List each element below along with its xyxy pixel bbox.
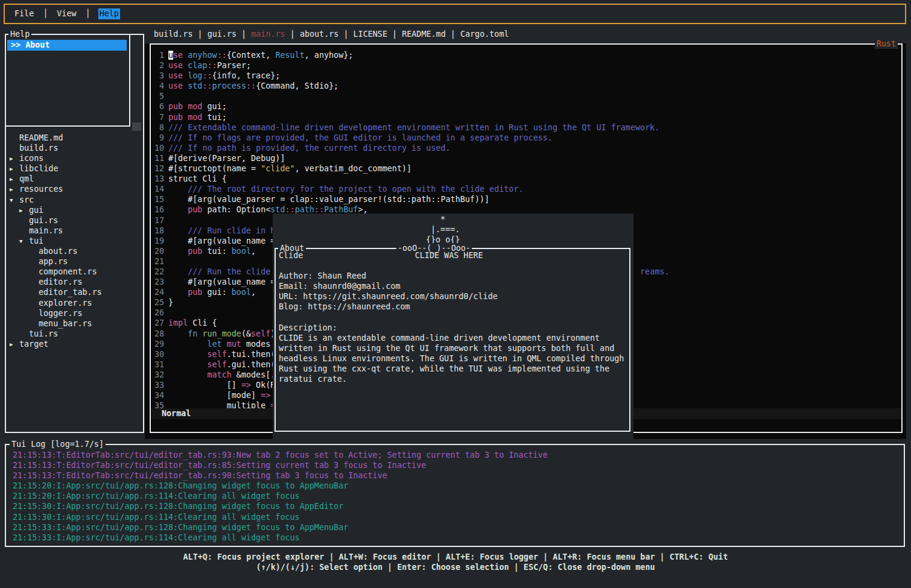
editor-language-badge: Rust [875,39,898,49]
collapse-arrow-icon[interactable]: ▼ [19,236,29,247]
explorer-item-app.rs[interactable]: app.rs [7,256,102,267]
line-number: 30 [152,349,164,359]
code-token [168,370,208,379]
tab-about.rs[interactable]: about.rs [300,30,339,39]
code-token: process [212,81,246,90]
tab-separator: | [285,30,300,39]
code-token: :: [246,81,256,90]
tab-separator: | [446,30,460,39]
expand-arrow-icon[interactable]: ▶ [10,154,19,164]
explorer-item-editor_tab.rs[interactable]: editor_tab.rs [7,287,102,297]
explorer-item-libclide[interactable]: ▶libclide [7,163,102,174]
explorer-item-resources[interactable]: ▶resources [7,184,102,194]
tui-log[interactable]: Tui Log [log=1.7/s] 21:15:13:T:EditorTab… [5,444,905,547]
code-token: #[arg(value_name = [168,236,275,245]
tui-log-title: Tui Log [log=1.7/s] [10,439,106,449]
code-token: , anyhow}; [305,51,354,60]
code-line-2[interactable]: 2use clap::Parser; [152,60,669,71]
tab-main.rs[interactable]: main.rs [251,30,285,39]
code-line-10[interactable]: 10/// If no path is provided, the curren… [152,143,669,153]
help-dropdown-title: Help [8,29,31,39]
explorer-item-src[interactable]: ▼src [7,195,102,205]
code-line-8[interactable]: 8/// Extendable command-line driven deve… [152,122,669,133]
menu-item-file[interactable]: File [13,8,35,19]
explorer-item-tui[interactable]: ▼tui [7,236,102,246]
tab-README.md[interactable]: README.md [402,30,446,39]
line-number: 2 [152,60,164,71]
code-token: use [168,71,183,80]
log-line: 21:15:33:I:App:src/tui/app.rs:114:Cleari… [13,533,548,543]
line-number: 18 [152,226,164,236]
code-token: [] [168,381,241,390]
code-token: path: Option< [202,205,270,214]
explorer-item-gui.rs[interactable]: gui.rs [7,215,102,226]
explorer-item-editor.rs[interactable]: editor.rs [7,277,102,287]
explorer-item-label: qml [19,174,34,183]
code-token: #[derive(Parser, Debug)] [168,154,285,163]
explorer-item-target[interactable]: ▶target [7,339,102,349]
code-token: use [168,61,183,70]
menu-item-view[interactable]: View [56,8,77,19]
code-line-7[interactable]: 7pub mod tui; [152,112,669,122]
line-number: 12 [152,163,164,174]
code-token: let [208,340,222,349]
ascii-art: * |.===. {}o o{} [275,214,460,245]
explorer-item-qml[interactable]: ▶qml [7,174,102,184]
code-token: :: [202,71,212,80]
explorer-item-explorer.rs[interactable]: explorer.rs [7,298,102,308]
code-token [168,329,188,338]
code-line-5[interactable]: 5 [152,91,669,101]
expand-arrow-icon[interactable]: ▶ [10,340,19,350]
code-line-12[interactable]: 12#[structopt(name = "clide", verbatim_d… [152,163,669,174]
editor-mode: Normal [162,409,191,418]
code-token: #[structopt(name = [168,164,261,173]
code-line-9[interactable]: 9/// If no flags are provided, the GUI e… [152,133,669,143]
explorer-item-main.rs[interactable]: main.rs [7,226,102,236]
expand-arrow-icon[interactable]: ▶ [10,174,19,185]
help-menu-item-about[interactable]: >> About [7,40,127,51]
tab-Cargo.toml[interactable]: Cargo.toml [460,30,509,39]
code-line-11[interactable]: 11#[derive(Parser, Debug)] [152,153,669,163]
expand-arrow-icon[interactable]: ▶ [10,185,19,195]
explorer-item-menu_bar.rs[interactable]: menu_bar.rs [7,318,102,329]
explorer-scrollbar-thumb[interactable] [132,122,141,131]
tab-separator: | [387,30,402,39]
code-line-1[interactable]: 1use anyhow::{Context, Result, anyhow}; [152,50,669,60]
code-token [168,205,188,214]
code-token: .tui.then( [227,350,276,359]
explorer-item-about.rs[interactable]: about.rs [7,246,102,256]
code-token [168,350,208,359]
code-token: {Command, Stdio}; [256,81,338,90]
collapse-arrow-icon[interactable]: ▼ [10,195,19,206]
expand-arrow-icon[interactable]: ▶ [19,206,29,216]
code-token: std [188,81,202,90]
explorer-item-component.rs[interactable]: component.rs [7,267,102,277]
expand-arrow-icon[interactable]: ▶ [10,164,19,174]
menu-item-help[interactable]: Help [98,8,120,19]
tab-build.rs[interactable]: build.rs [154,30,193,39]
code-token: :: [208,61,217,70]
explorer-item-logger.rs[interactable]: logger.rs [7,308,102,318]
tab-separator: | [193,30,208,39]
line-number: 23 [152,277,164,287]
explorer-item-build.rs[interactable]: build.rs [7,143,102,153]
tab-LICENSE[interactable]: LICENSE [354,30,387,39]
code-token: /// Extendable command-line driven devel… [168,123,659,132]
explorer-item-gui[interactable]: ▶gui [7,205,102,215]
code-line-3[interactable]: 3use log::{info, trace}; [152,71,669,81]
code-token: reams. [640,267,669,276]
about-popup: * |.===. {}o o{} About -ooO--(_)--Ooo- C… [273,213,633,439]
code-line-14[interactable]: 14 /// The root directory for the projec… [152,184,669,194]
menu-items: File│View│Help [13,8,120,19]
code-line-15[interactable]: 15 #[arg(value_parser = clap::value_pars… [152,194,669,204]
menu-separator: │ [86,8,90,19]
code-token: anyhow [188,51,217,60]
code-line-4[interactable]: 4use std::process::{Command, Stdio}; [152,81,669,91]
code-token: modes [241,340,270,349]
tab-gui.rs[interactable]: gui.rs [208,30,236,39]
explorer-item-README.md[interactable]: README.md [7,133,102,143]
explorer-item-icons[interactable]: ▶icons [7,153,102,163]
code-line-13[interactable]: 13struct Cli { [152,174,669,184]
explorer-item-tui.rs[interactable]: tui.rs [7,329,102,339]
code-line-6[interactable]: 6pub mod gui; [152,101,669,112]
